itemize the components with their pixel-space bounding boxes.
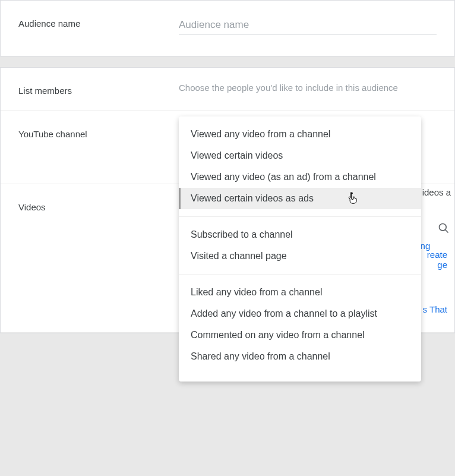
menu-group-engagement: Liked any video from a channel Added any…: [179, 274, 421, 374]
menu-item-viewed-certain-ads[interactable]: Viewed certain videos as ads: [179, 188, 421, 209]
youtube-channel-label: YouTube channel: [18, 126, 179, 139]
list-members-dropdown[interactable]: Viewed any video from a channel Viewed c…: [179, 116, 421, 382]
menu-item-visited[interactable]: Visited a channel page: [179, 245, 421, 267]
search-icon[interactable]: [438, 222, 450, 236]
menu-group-channel: Subscribed to a channel Visited a channe…: [179, 216, 421, 274]
menu-item-commented[interactable]: Commented on any video from a channel: [179, 324, 421, 346]
videos-label: Videos: [18, 199, 179, 212]
menu-item-shared[interactable]: Shared any video from a channel: [179, 346, 421, 367]
menu-item-viewed-any-ad[interactable]: Viewed any video (as an ad) from a chann…: [179, 166, 421, 188]
menu-item-liked[interactable]: Liked any video from a channel: [179, 282, 421, 303]
list-members-section: List members Choose the people you'd lik…: [1, 68, 454, 111]
audience-name-input[interactable]: [179, 15, 437, 35]
list-members-label: List members: [18, 83, 179, 96]
menu-item-subscribed[interactable]: Subscribed to a channel: [179, 224, 421, 245]
menu-item-viewed-any[interactable]: Viewed any video from a channel: [179, 124, 421, 145]
audience-name-label: Audience name: [18, 15, 179, 29]
videos-helper-peek: ideos a: [422, 187, 451, 197]
audience-name-card: Audience name: [0, 0, 455, 56]
cursor-icon: [347, 191, 359, 207]
menu-group-viewed: Viewed any video from a channel Viewed c…: [179, 116, 421, 216]
link-peek-1[interactable]: reate ge: [427, 250, 447, 270]
list-members-helper: Choose the people you'd like to include …: [179, 83, 398, 93]
link-peek-2[interactable]: s That: [423, 304, 447, 314]
svg-line-1: [445, 230, 448, 233]
menu-item-added-playlist[interactable]: Added any video from a channel to a play…: [179, 303, 421, 324]
svg-point-0: [440, 224, 447, 231]
menu-item-viewed-certain[interactable]: Viewed certain videos: [179, 145, 421, 166]
